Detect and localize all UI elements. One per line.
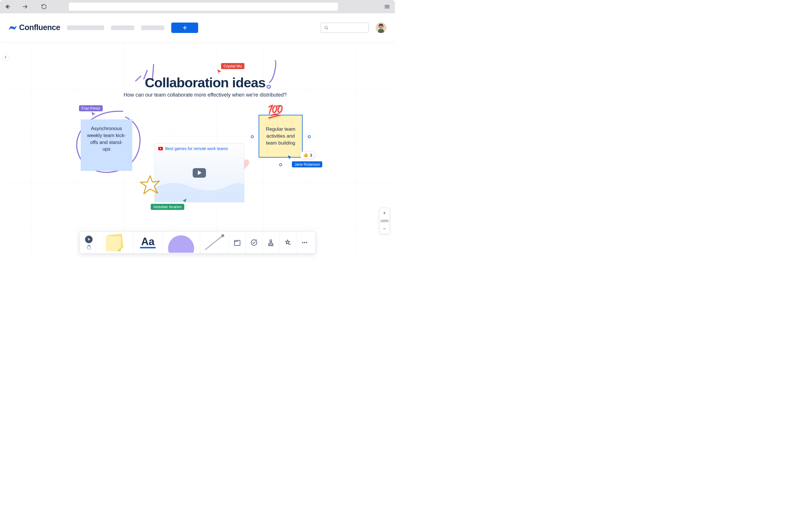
browser-back-button[interactable] (5, 3, 11, 10)
search-input[interactable] (321, 22, 369, 33)
video-play-button[interactable] (193, 168, 206, 178)
svg-point-47 (306, 242, 307, 243)
browser-chrome (0, 0, 395, 13)
svg-point-42 (251, 240, 257, 246)
selection-handle[interactable] (308, 135, 311, 138)
confluence-logo[interactable]: Confluence (9, 23, 60, 32)
line-icon (203, 233, 226, 252)
whiteboard-toolbar: Aa (80, 231, 315, 253)
tool-pointer-hand[interactable] (82, 232, 96, 253)
tool-sticker[interactable] (279, 232, 296, 253)
tool-smart-link[interactable] (246, 232, 263, 253)
section-icon (233, 239, 241, 246)
sticky-text: Asynchronous weekly team kick-offs and s… (87, 126, 126, 152)
nav-placeholder-3[interactable] (141, 26, 164, 30)
svg-point-38 (222, 234, 224, 237)
zoom-level[interactable]: 100% (380, 218, 389, 224)
tool-sticky-note[interactable] (96, 232, 134, 253)
board-title[interactable]: Collaboration ideas (104, 74, 306, 90)
grid-line (32, 44, 32, 259)
hand-icon (86, 244, 92, 250)
zoom-controls: + 100% − (379, 208, 390, 234)
smart-link-icon (250, 239, 258, 246)
browser-refresh-button[interactable] (41, 4, 47, 10)
selection-handle[interactable] (251, 135, 254, 138)
tool-section[interactable] (229, 232, 246, 253)
cursor-pointer-abdullah (182, 198, 187, 203)
reaction-badge[interactable]: 👍 3 (300, 151, 315, 159)
nav-placeholder-2[interactable] (111, 26, 134, 30)
hundred-emoji-sticker[interactable]: 💯 (268, 104, 284, 119)
tool-shape[interactable] (163, 232, 200, 253)
browser-forward-button[interactable] (22, 3, 28, 10)
svg-point-36 (168, 235, 194, 253)
video-title: Best games for remote work teams (165, 146, 228, 151)
cursor-tag-jane: Jane Rotanson (292, 161, 322, 167)
svg-line-9 (327, 28, 328, 29)
sticky-note-icon (102, 233, 127, 252)
app-header: Confluence (0, 13, 395, 42)
svg-line-37 (206, 236, 223, 250)
cursor-tag-abdullah: Abdullah Ibrahim (151, 204, 184, 210)
user-avatar[interactable] (376, 22, 386, 33)
tool-more[interactable] (296, 232, 313, 253)
sticky-text: Regular team activities and team buildin… (265, 126, 296, 146)
video-wave-bg (155, 176, 244, 202)
selection-handle[interactable] (279, 163, 282, 166)
create-button[interactable] (171, 22, 198, 33)
star-doodle (139, 173, 162, 197)
youtube-icon (158, 147, 163, 150)
more-icon (301, 239, 308, 246)
video-header: Best games for remote work teams (155, 144, 244, 154)
sidebar-expand-button[interactable] (2, 54, 9, 61)
svg-point-8 (325, 26, 327, 29)
cursor-tag-crystal: Crystal Wu (221, 63, 244, 69)
cursor-pointer-jane (287, 155, 292, 160)
board-subtitle[interactable]: How can our team collaborate more effect… (90, 92, 321, 98)
zoom-out-button[interactable]: − (379, 224, 389, 234)
sticky-note-activities[interactable]: Regular team activities and team buildin… (259, 115, 303, 157)
reaction-count: 3 (310, 153, 312, 157)
svg-point-43 (270, 240, 272, 242)
browser-menu-button[interactable] (384, 3, 390, 10)
video-embed[interactable]: Best games for remote work teams (155, 143, 244, 202)
pointer-icon (85, 235, 93, 244)
sticky-note-async[interactable]: Asynchronous weekly team kick-offs and s… (81, 119, 132, 171)
stamp-icon (267, 239, 275, 246)
search-icon (324, 26, 329, 30)
svg-point-45 (302, 242, 303, 243)
svg-rect-35 (106, 236, 121, 251)
tool-stamp[interactable] (263, 232, 279, 253)
svg-point-46 (304, 242, 305, 243)
nav-placeholder-1[interactable] (67, 26, 104, 30)
thumbs-up-icon: 👍 (303, 152, 308, 157)
whiteboard-canvas[interactable]: Collaboration ideas How can our team col… (9, 44, 395, 259)
tool-text[interactable]: Aa (134, 232, 163, 253)
zoom-in-button[interactable]: + (379, 208, 389, 218)
sticker-icon (284, 239, 291, 246)
shape-icon (168, 232, 194, 253)
cursor-pointer-crystal (217, 69, 222, 74)
tool-line[interactable] (200, 232, 229, 253)
logo-text: Confluence (19, 23, 60, 32)
confluence-icon (9, 24, 17, 32)
url-bar[interactable] (69, 3, 338, 11)
grid-line (356, 44, 356, 259)
text-icon: Aa (140, 236, 156, 248)
